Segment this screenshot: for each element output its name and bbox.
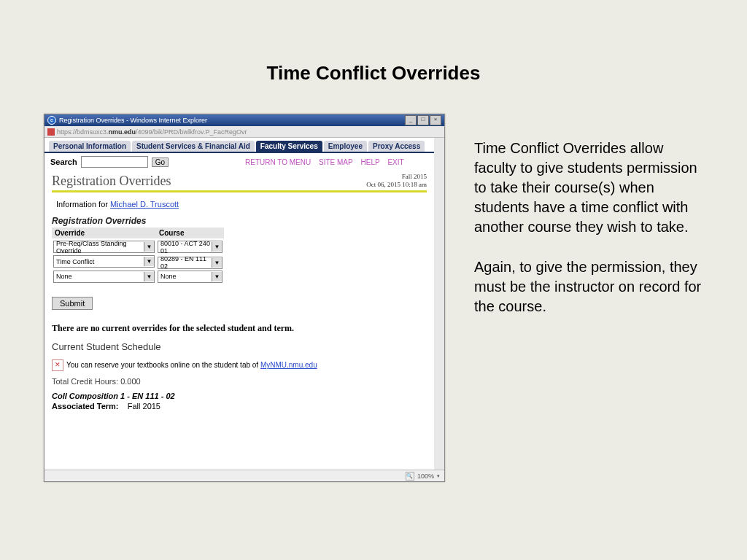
slide-title: Time Conflict Overrides bbox=[0, 62, 747, 85]
overrides-header: Registration Overrides bbox=[52, 216, 427, 226]
top-links: RETURN TO MENU SITE MAP HELP EXIT bbox=[245, 158, 410, 166]
browser-window: e Registration Overrides - Windows Inter… bbox=[44, 114, 445, 482]
textbook-note: ✕ You can reserve your textbooks online … bbox=[52, 359, 427, 371]
url-host: nmu.edu bbox=[109, 128, 136, 136]
info-for: Information for Michael D. Truscott bbox=[52, 198, 427, 210]
paragraph-1: Time Conflict Overrides allow faculty to… bbox=[474, 139, 703, 237]
page-meta: Fall 2015 Oct 06, 2015 10:18 am bbox=[366, 173, 427, 189]
overrides-table: Override Course Pre-Req/Class Standing O… bbox=[52, 228, 224, 284]
address-bar[interactable]: https://bdmsuxc3.nmu.edu/4099/bik/PRD/bw… bbox=[44, 126, 444, 138]
tab-proxy-access[interactable]: Proxy Access bbox=[368, 141, 425, 152]
ie-icon: e bbox=[47, 116, 56, 125]
page-heading: Registration Overrides bbox=[52, 174, 171, 189]
scroll-up[interactable] bbox=[434, 138, 444, 148]
close-button[interactable]: × bbox=[430, 115, 441, 125]
override-select-2[interactable]: None▼ bbox=[53, 271, 155, 283]
chevron-down-icon: ▼ bbox=[212, 242, 222, 252]
override-select-1[interactable]: Time Conflict▼ bbox=[53, 255, 155, 268]
window-controls: _ □ × bbox=[405, 115, 441, 125]
url-prefix: https://bdmsuxc3. bbox=[57, 128, 109, 136]
x-icon: ✕ bbox=[52, 359, 63, 371]
window-title: Registration Overrides - Windows Interne… bbox=[59, 117, 207, 124]
col-override: Override bbox=[52, 228, 156, 238]
go-button[interactable]: Go bbox=[152, 158, 169, 167]
course-select-1[interactable]: 80289 - EN 111 02▼ bbox=[158, 257, 222, 269]
course-select-2[interactable]: None▼ bbox=[158, 271, 222, 283]
page-body: Personal Information Student Services & … bbox=[44, 138, 444, 470]
explanation-text: Time Conflict Overrides allow faculty to… bbox=[474, 114, 703, 482]
no-overrides-msg: There are no current overrides for the s… bbox=[52, 323, 427, 334]
tab-personal[interactable]: Personal Information bbox=[49, 141, 131, 152]
table-row: Time Conflict▼ 80289 - EN 111 02▼ bbox=[52, 254, 224, 270]
submit-button[interactable]: Submit bbox=[52, 297, 93, 310]
mynmu-link[interactable]: MyNMU.nmu.edu bbox=[260, 361, 317, 369]
link-return-menu[interactable]: RETURN TO MENU bbox=[245, 158, 311, 166]
url-suffix: /4099/bik/PRD/bwlkfrov.P_FacRegOvr bbox=[136, 128, 247, 136]
search-label: Search bbox=[50, 158, 77, 166]
schedule-heading: Current Student Schedule bbox=[52, 341, 427, 352]
col-course: Course bbox=[156, 228, 224, 238]
search-input[interactable] bbox=[81, 156, 148, 168]
course-header: Coll Composition 1 - EN 111 - 02 bbox=[52, 392, 427, 400]
credit-hours: Total Credit Hours: 0.000 bbox=[52, 377, 427, 386]
table-row: Pre-Req/Class Standing Override▼ 80010 -… bbox=[52, 238, 224, 254]
course-select-0[interactable]: 80010 - ACT 240 01▼ bbox=[158, 241, 222, 253]
tab-student-services[interactable]: Student Services & Financial Aid bbox=[132, 141, 255, 152]
maximize-button[interactable]: □ bbox=[417, 115, 429, 125]
chevron-down-icon: ▼ bbox=[212, 272, 222, 281]
minimize-button[interactable]: _ bbox=[405, 115, 417, 125]
status-bar: 🔍 100% ▾ bbox=[44, 470, 444, 481]
zoom-level: 100% bbox=[417, 472, 434, 480]
timestamp: Oct 06, 2015 10:18 am bbox=[366, 181, 427, 189]
zoom-icon[interactable]: 🔍 bbox=[406, 472, 414, 481]
chevron-down-icon: ▼ bbox=[212, 258, 222, 268]
tab-faculty-services[interactable]: Faculty Services bbox=[256, 141, 322, 152]
paragraph-2: Again, to give the permission, they must… bbox=[474, 257, 703, 316]
associated-term: Associated Term: Fall 2015 bbox=[52, 402, 427, 411]
override-select-0[interactable]: Pre-Req/Class Standing Override▼ bbox=[53, 241, 155, 253]
link-exit[interactable]: EXIT bbox=[387, 158, 403, 166]
divider bbox=[52, 190, 427, 192]
window-titlebar: e Registration Overrides - Windows Inter… bbox=[44, 114, 444, 126]
zoom-dropdown-icon[interactable]: ▾ bbox=[437, 473, 440, 479]
student-link[interactable]: Michael D. Truscott bbox=[110, 200, 179, 209]
tab-employee[interactable]: Employee bbox=[324, 141, 367, 152]
chevron-down-icon: ▼ bbox=[144, 242, 154, 252]
favicon-icon bbox=[47, 128, 55, 136]
link-site-map[interactable]: SITE MAP bbox=[319, 158, 353, 166]
chevron-down-icon: ▼ bbox=[144, 257, 154, 266]
nav-tabs: Personal Information Student Services & … bbox=[44, 138, 434, 153]
link-help[interactable]: HELP bbox=[361, 158, 380, 166]
term-label: Fall 2015 bbox=[366, 173, 427, 181]
chevron-down-icon: ▼ bbox=[144, 272, 154, 281]
table-row: None▼ None▼ bbox=[52, 270, 224, 284]
scroll-down[interactable] bbox=[434, 459, 444, 470]
